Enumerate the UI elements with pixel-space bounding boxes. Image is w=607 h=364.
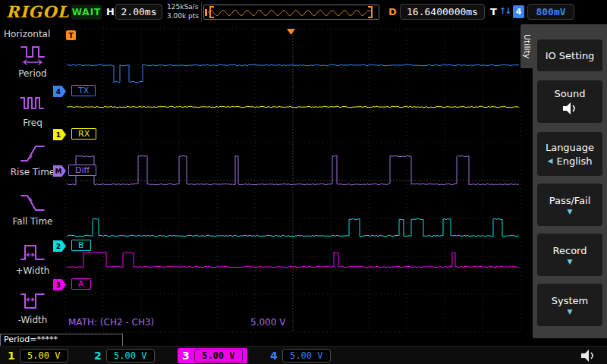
waveform-trace-ch3-a bbox=[67, 252, 519, 268]
menu-item-label: Sound bbox=[555, 88, 586, 99]
top-bar: RIGOL WAIT H 2.00ms 125kSa/s 3.00k pts D… bbox=[0, 0, 607, 24]
channel-scale-readout: 5.00 V bbox=[20, 349, 68, 362]
language-value: English bbox=[556, 155, 592, 167]
acquisition-info: 125kSa/s 3.00k pts bbox=[164, 2, 202, 22]
menu-item-label: Record bbox=[553, 245, 587, 256]
left-menu-item-label: Period bbox=[18, 68, 46, 79]
channel-4-label: TX bbox=[71, 85, 96, 96]
period-measurement-readout: Period=***** bbox=[0, 334, 123, 347]
memory-depth-readout: 3.00k pts bbox=[167, 11, 201, 20]
channel-number: 3 bbox=[182, 350, 190, 362]
trigger-slope-icon: ↑↓ bbox=[499, 6, 510, 16]
trigger-source-badge: 4 bbox=[513, 5, 524, 18]
memory-waveform-preview bbox=[203, 5, 379, 20]
left-menu-item-label: Fall Time bbox=[12, 216, 52, 227]
left-menu-item-minus-width[interactable]: -Width bbox=[0, 289, 65, 338]
left-menu-item-label: Rise Time bbox=[11, 167, 55, 177]
menu-item-system[interactable]: System ▼ bbox=[537, 284, 602, 326]
channel-2-label: B bbox=[71, 240, 91, 251]
minus-width-icon bbox=[19, 289, 46, 313]
trigger-level-readout: 800mV bbox=[527, 4, 574, 20]
period-icon bbox=[19, 42, 46, 67]
brand-logo: RIGOL bbox=[6, 2, 69, 21]
menu-item-record[interactable]: Record ▼ bbox=[537, 234, 602, 276]
plus-width-icon bbox=[19, 240, 46, 264]
trigger-time-marker: T bbox=[66, 30, 76, 40]
delay-label: D bbox=[388, 6, 397, 17]
waveform-trace-ch1-rx bbox=[67, 106, 519, 108]
oscilloscope-screen: RIGOL WAIT H 2.00ms 125kSa/s 3.00k pts D… bbox=[0, 0, 607, 364]
waveform-display bbox=[0, 0, 607, 364]
channel-scale-readout: 5.00 V bbox=[194, 349, 243, 362]
sound-status-icon bbox=[580, 349, 596, 362]
channel-number: 1 bbox=[8, 350, 15, 362]
math-label: Diff bbox=[68, 165, 96, 176]
chevron-down-icon: ▼ bbox=[568, 309, 573, 315]
left-menu-item-label: -Width bbox=[18, 315, 48, 325]
trigger-label: T bbox=[490, 6, 497, 17]
delay-readout: 16.6400000ms bbox=[400, 4, 485, 20]
bottom-channel-bar: 1 5.00 V 2 5.00 V 3 5.00 V 4 5.00 V bbox=[0, 346, 607, 364]
trigger-position-marker-icon bbox=[287, 29, 295, 35]
channel-scale-readout: 5.00 V bbox=[282, 349, 331, 362]
channel-number: 2 bbox=[94, 350, 102, 362]
left-menu-item-label: +Width bbox=[16, 265, 50, 276]
menu-item-label: System bbox=[552, 295, 588, 306]
timebase-readout: 2.00ms bbox=[115, 4, 162, 20]
channel-3-status[interactable]: 3 5.00 V bbox=[178, 348, 247, 363]
channel-1-label: RX bbox=[71, 128, 96, 140]
fall-time-icon bbox=[19, 190, 46, 215]
menu-item-label: Pass/Fail bbox=[549, 195, 591, 206]
memory-waveform-thumbnail bbox=[204, 5, 379, 19]
sample-rate-readout: 125kSa/s bbox=[167, 2, 201, 11]
menu-item-language[interactable]: Language ◀ English bbox=[537, 132, 602, 176]
channel-4-status[interactable]: 4 5.00 V bbox=[267, 348, 334, 363]
waveform-trace-ch4-tx bbox=[67, 64, 519, 83]
channel-1-status[interactable]: 1 5.00 V bbox=[5, 348, 71, 363]
acquisition-status-badge: WAIT bbox=[71, 5, 102, 20]
waveform-trace-ch2-b bbox=[67, 218, 519, 237]
left-menu-item-fall-time[interactable]: Fall Time bbox=[0, 190, 65, 240]
horizontal-label: H bbox=[106, 6, 115, 17]
chevron-down-icon: ▼ bbox=[568, 209, 573, 215]
menu-item-sound[interactable]: Sound bbox=[537, 80, 602, 123]
utility-menu-tab[interactable]: Utility bbox=[521, 24, 533, 68]
window-right-bracket-icon bbox=[368, 7, 372, 17]
right-menu: IO Setting Sound Language ◀ English Pass… bbox=[533, 24, 607, 338]
left-menu-title: Horizontal bbox=[4, 29, 50, 39]
channel-2-status[interactable]: 2 5.00 V bbox=[91, 348, 158, 363]
speaker-icon bbox=[561, 102, 578, 115]
math-scale-readout: 5.000 V bbox=[250, 317, 285, 328]
menu-item-io-setting[interactable]: IO Setting bbox=[537, 39, 602, 71]
chevron-down-icon: ▼ bbox=[568, 259, 573, 265]
chevron-left-icon: ◀ bbox=[548, 158, 553, 165]
left-menu-item-label: Freq bbox=[23, 118, 42, 128]
menu-item-pass-fail[interactable]: Pass/Fail ▼ bbox=[537, 184, 602, 226]
channel-scale-readout: 5.00 V bbox=[106, 349, 155, 362]
math-expression-readout: MATH: (CH2 - CH3) bbox=[68, 317, 154, 328]
rise-time-icon bbox=[19, 141, 46, 165]
channel-3-label: A bbox=[71, 278, 91, 290]
channel-number: 4 bbox=[270, 350, 278, 362]
menu-item-label: IO Setting bbox=[546, 50, 595, 61]
left-menu-item-period[interactable]: Period bbox=[0, 42, 65, 92]
waveform-trace-math-diff bbox=[67, 155, 519, 185]
freq-icon bbox=[19, 92, 46, 116]
menu-item-label: Language bbox=[546, 142, 594, 153]
